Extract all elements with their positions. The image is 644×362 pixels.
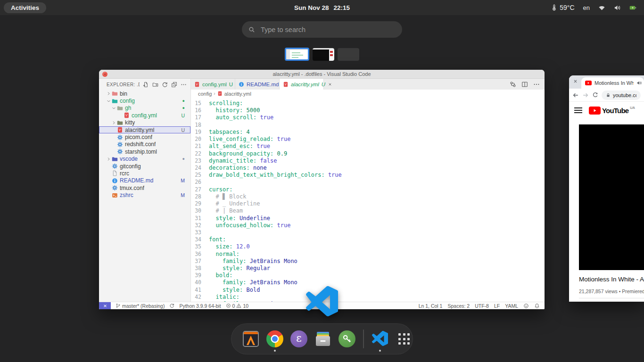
wifi-icon[interactable]: [598, 4, 605, 11]
tab-config-yml[interactable]: config.ymlU: [191, 79, 235, 90]
code-line[interactable]: 27cursor:: [191, 186, 545, 193]
code-line[interactable]: 21alt_send_esc: true: [191, 143, 545, 150]
dock-item-show-applications[interactable]: [395, 325, 413, 353]
code-line[interactable]: 30 # | Beam: [191, 207, 545, 214]
video-player[interactable]: [579, 124, 644, 270]
dock-item-alacritty[interactable]: [241, 325, 260, 353]
sync-icon[interactable]: [169, 303, 174, 308]
overview-search[interactable]: [242, 21, 402, 38]
tab-close-icon[interactable]: [328, 82, 332, 86]
code-line[interactable]: 35 size: 12.0: [191, 243, 545, 250]
tree-item-readme-md[interactable]: README.mdM: [99, 177, 190, 184]
code-line[interactable]: 24decorations: none: [191, 165, 545, 172]
forward-icon[interactable]: [582, 92, 589, 99]
new-folder-icon[interactable]: [152, 82, 158, 88]
more-actions-icon[interactable]: [181, 82, 187, 88]
problems-status[interactable]: 0 10: [226, 303, 249, 309]
code-line[interactable]: 26: [191, 179, 545, 186]
dock-item-keepassxc[interactable]: [338, 325, 356, 353]
python-interpreter[interactable]: Python 3.9.9 64-bit: [179, 303, 221, 309]
code-line[interactable]: 29 # _ Underline: [191, 200, 545, 207]
code-line[interactable]: 40 family: JetBrains Mono: [191, 279, 545, 286]
window-close-button[interactable]: [102, 72, 107, 77]
collapse-folders-icon[interactable]: [171, 82, 177, 88]
code-line[interactable]: 37 family: JetBrains Mono: [191, 258, 545, 265]
notifications-bell-icon[interactable]: [534, 303, 540, 309]
hamburger-menu-icon[interactable]: [574, 106, 582, 114]
tab-audio-icon[interactable]: [636, 80, 642, 86]
tree-item-gh[interactable]: gh●: [99, 105, 190, 112]
back-icon[interactable]: [572, 92, 579, 99]
reload-icon[interactable]: [592, 92, 598, 98]
tree-item-bin[interactable]: bin: [99, 90, 190, 97]
code-line[interactable]: 16 history: 5000: [191, 107, 545, 114]
dock-item-emacs[interactable]: ε: [289, 325, 308, 353]
refresh-icon[interactable]: [162, 82, 168, 88]
split-editor-icon[interactable]: [521, 81, 528, 88]
code-line[interactable]: 33: [191, 229, 545, 236]
activities-button[interactable]: Activities: [4, 2, 46, 13]
address-bar[interactable]: youtube.com/wa: [602, 90, 641, 100]
adjacent-tab-close-icon[interactable]: [573, 79, 578, 83]
more-actions-icon[interactable]: [533, 81, 540, 88]
battery-icon[interactable]: [629, 4, 636, 11]
code-line[interactable]: 42 italic:: [191, 294, 545, 301]
code-line[interactable]: 18: [191, 122, 545, 129]
code-line[interactable]: 25draw_bold_text_with_bright_colors: tru…: [191, 172, 545, 179]
workspace-thumbnail-2[interactable]: [313, 48, 334, 61]
breadcrumb-file[interactable]: alacritty.yml: [224, 91, 251, 97]
tree-item-tmux-conf[interactable]: tmux.conf: [99, 184, 190, 191]
workspace-thumbnail-3-empty[interactable]: [338, 48, 359, 61]
tree-item-zshrc[interactable]: zshrcM: [99, 191, 190, 198]
tree-item-alacritty-yml-selected[interactable]: alacritty.ymlU: [99, 126, 190, 133]
language-mode[interactable]: YAML: [505, 303, 518, 309]
volume-icon[interactable]: [614, 4, 621, 11]
eol-sequence[interactable]: LF: [494, 303, 500, 309]
clock[interactable]: Sun Nov 28 22:15: [294, 4, 350, 11]
code-line[interactable]: 23dynamic_title: false: [191, 157, 545, 165]
system-status-area[interactable]: 59°C en: [551, 4, 644, 11]
chrome-active-tab[interactable]: Motionless In White - /: [581, 77, 644, 89]
code-line[interactable]: 32 unfocused_hollow: true: [191, 222, 545, 229]
code-line[interactable]: 36 normal:: [191, 251, 545, 258]
code-line[interactable]: 41 style: Bold: [191, 287, 545, 294]
tree-item-config-yml[interactable]: config.ymlU: [99, 112, 190, 119]
cursor-position[interactable]: Ln 1, Col 1: [419, 303, 443, 309]
tree-item-picom-conf[interactable]: picom.conf: [99, 133, 190, 140]
dock-item-files[interactable]: [314, 325, 332, 353]
new-file-icon[interactable]: [143, 82, 149, 88]
tab-alacritty-yml-active[interactable]: alacritty.ymlU: [280, 79, 324, 90]
code-line[interactable]: 19tabspaces: 4: [191, 129, 545, 136]
workspace-thumbnail-1-active[interactable]: [285, 48, 309, 61]
encoding[interactable]: UTF-8: [475, 303, 489, 309]
code-line[interactable]: 31 style: Underline: [191, 215, 545, 222]
code-editor[interactable]: 15scrolling: 16 history: 5000 17 auto_sc…: [191, 98, 545, 302]
tree-item-gitconfig[interactable]: gitconfig: [99, 163, 190, 170]
vscode-window[interactable]: alacritty.yml - .dotfiles - Visual Studi…: [99, 70, 545, 309]
tree-item-config[interactable]: config●: [99, 97, 190, 104]
code-line[interactable]: 15scrolling:: [191, 100, 545, 107]
breadcrumb-folder[interactable]: config: [198, 91, 212, 97]
breadcrumb[interactable]: config › alacritty.yml: [191, 90, 545, 98]
feedback-icon[interactable]: [523, 303, 529, 309]
code-line[interactable]: 28 # ▋ Block: [191, 193, 545, 200]
keyboard-layout-indicator[interactable]: en: [583, 4, 590, 11]
code-line[interactable]: 22background_opacity: 0.9: [191, 150, 545, 157]
dock-item-chrome[interactable]: [265, 325, 284, 353]
remote-indicator[interactable]: [99, 302, 111, 310]
code-line[interactable]: 20live_config_reload: true: [191, 136, 545, 143]
vscode-app-icon-overlay[interactable]: [306, 286, 338, 320]
tree-item-redshift-conf[interactable]: redshift.conf: [99, 141, 190, 148]
dock-item-vscode[interactable]: [371, 325, 389, 353]
tab-readme-md[interactable]: README.mdM: [235, 79, 280, 90]
youtube-logo[interactable]: YouTube UA: [589, 107, 635, 115]
tree-item-rcrc[interactable]: rcrc: [99, 170, 190, 177]
chrome-window[interactable]: Motionless In White - / youtube.com/wa Y…: [569, 75, 644, 302]
git-branch-status[interactable]: master* (Rebasing): [116, 303, 165, 309]
vscode-titlebar[interactable]: alacritty.yml - .dotfiles - Visual Studi…: [99, 70, 545, 79]
tree-item-kitty[interactable]: kitty: [99, 119, 190, 126]
indentation[interactable]: Spaces: 2: [447, 303, 470, 309]
search-input[interactable]: [260, 25, 396, 34]
code-line[interactable]: 38 style: Regular: [191, 265, 545, 272]
code-line[interactable]: 39 bold:: [191, 272, 545, 279]
